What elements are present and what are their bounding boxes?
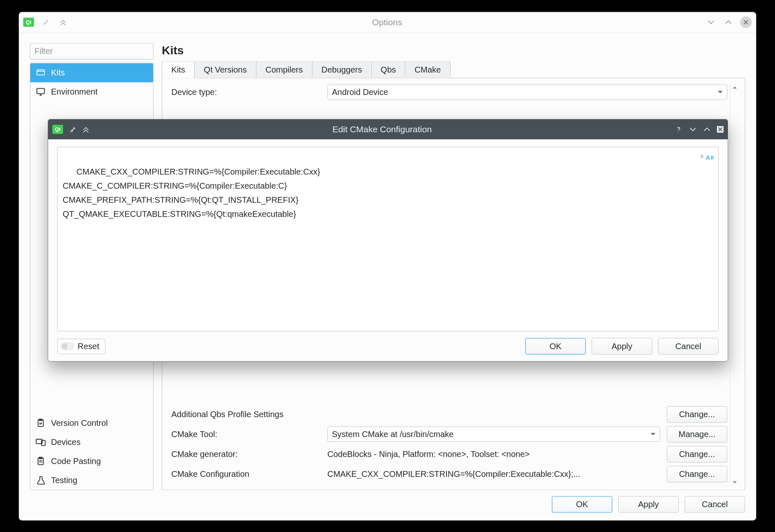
devices-icon [35, 438, 46, 446]
cmake-tool-value: System CMake at /usr/bin/cmake [332, 430, 453, 439]
svg-marker-15 [733, 86, 736, 89]
editor-text: CMAKE_CXX_COMPILER:STRING=%{Compiler:Exe… [63, 167, 320, 219]
category-label: Kits [51, 68, 65, 78]
pin-icon[interactable] [40, 17, 51, 28]
button-label: OK [550, 342, 562, 351]
category-devices[interactable]: Devices [30, 432, 153, 452]
expand-all-icon[interactable] [57, 17, 69, 28]
dialog-title: Edit CMake Configuration [95, 124, 669, 134]
row-qbs-profile: Additional Qbs Profile Settings Change..… [171, 404, 727, 424]
filter-placeholder: Filter [34, 46, 53, 56]
tab-qbs[interactable]: Qbs [371, 61, 406, 78]
svg-rect-4 [37, 88, 44, 94]
button-label: OK [576, 500, 588, 509]
reset-label: Reset [78, 342, 99, 351]
kits-scrollbar[interactable] [730, 82, 739, 484]
options-ok-button[interactable]: OK [552, 496, 612, 513]
chevron-down-icon[interactable] [689, 125, 697, 134]
chevron-up-icon[interactable] [703, 125, 711, 134]
tab-cmake[interactable]: CMake [405, 61, 450, 78]
help-icon[interactable] [675, 125, 683, 134]
cmake-configuration-label: CMake Configuration [171, 469, 321, 479]
row-cmake-tool: CMake Tool: System CMake at /usr/bin/cma… [171, 424, 727, 444]
category-label: Version Control [51, 418, 108, 428]
qt-logo-icon: Qt [52, 125, 63, 134]
button-label: Apply [612, 342, 632, 351]
button-label: Change... [679, 410, 715, 419]
chevron-up-icon[interactable] [723, 17, 734, 28]
qt-logo-icon: Qt [23, 18, 34, 27]
kit-icon [35, 69, 46, 76]
reset-toggle[interactable]: Reset [57, 339, 105, 354]
button-label: Manage... [679, 430, 716, 439]
dialog-apply-button[interactable]: Apply [592, 338, 652, 355]
page-title: Kits [162, 44, 745, 57]
category-label: Devices [51, 437, 80, 447]
qbs-change-button[interactable]: Change... [667, 406, 727, 423]
category-filter-input[interactable]: Filter [30, 43, 154, 59]
category-environment[interactable]: Environment [30, 82, 153, 101]
options-titlebar: Qt Options [19, 12, 756, 33]
device-type-select[interactable]: Android Device [327, 85, 727, 100]
cmake-tool-manage-button[interactable]: Manage... [667, 426, 727, 442]
chevron-down-icon[interactable] [705, 17, 717, 28]
cmake-configuration-change-button[interactable]: Change... [667, 466, 727, 482]
cmake-tool-select[interactable]: System CMake at /usr/bin/cmake [327, 427, 660, 442]
close-icon[interactable] [717, 126, 724, 133]
variable-chooser-icon[interactable]: AB [699, 151, 714, 165]
tab-debuggers[interactable]: Debuggers [312, 61, 372, 78]
pin-icon[interactable] [69, 126, 76, 133]
options-title: Options [75, 17, 699, 27]
button-label: Apply [638, 500, 659, 509]
flask-icon [35, 476, 46, 485]
options-apply-button[interactable]: Apply [618, 496, 679, 513]
qbs-profile-label: Additional Qbs Profile Settings [171, 410, 660, 419]
toggle-track-icon [61, 343, 73, 350]
category-version-control[interactable]: Version Control [30, 413, 153, 432]
clipboard-icon [35, 457, 46, 466]
category-code-pasting[interactable]: Code Pasting [30, 452, 153, 471]
svg-marker-16 [733, 481, 736, 483]
options-button-row: OK Apply Cancel [30, 490, 745, 513]
category-kits[interactable]: Kits [30, 63, 153, 82]
row-device-type: Device type: Android Device [171, 82, 727, 102]
tab-label: Qt Versions [204, 65, 246, 74]
edit-cmake-dialog: Qt Edit CMake Configuration CMAKE_CXX_CO… [48, 119, 728, 362]
scroll-down-icon[interactable] [732, 477, 738, 483]
dialog-body: CMAKE_CXX_COMPILER:STRING=%{Compiler:Exe… [48, 139, 728, 361]
dialog-cancel-button[interactable]: Cancel [658, 338, 719, 355]
options-cancel-button[interactable]: Cancel [685, 496, 745, 513]
tab-qt-versions[interactable]: Qt Versions [194, 61, 256, 78]
close-icon[interactable] [740, 17, 752, 28]
tab-label: Qbs [381, 65, 396, 74]
cmake-generator-value: CodeBlocks - Ninja, Platform: <none>, To… [327, 449, 660, 459]
expand-all-icon[interactable] [82, 126, 90, 133]
row-cmake-generator: CMake generator: CodeBlocks - Ninja, Pla… [171, 444, 727, 464]
button-label: Cancel [702, 500, 728, 509]
button-label: Change... [679, 449, 715, 459]
category-testing[interactable]: Testing [30, 471, 153, 490]
cmake-generator-change-button[interactable]: Change... [667, 446, 727, 462]
device-type-label: Device type: [171, 87, 321, 97]
scroll-up-icon[interactable] [732, 83, 738, 89]
svg-point-17 [678, 131, 679, 132]
cmake-configuration-value: CMAKE_CXX_COMPILER:STRING=%{Compiler:Exe… [327, 469, 660, 479]
button-label: Change... [679, 469, 715, 479]
tab-kits[interactable]: Kits [162, 61, 195, 78]
tab-label: Kits [171, 65, 185, 74]
cmake-generator-label: CMake generator: [171, 449, 321, 459]
category-label: Code Pasting [51, 457, 101, 466]
category-label: Environment [51, 87, 97, 97]
device-type-value: Android Device [332, 87, 388, 97]
dialog-titlebar: Qt Edit CMake Configuration [48, 119, 728, 139]
tab-label: Compilers [266, 65, 303, 74]
tab-compilers[interactable]: Compilers [256, 61, 312, 78]
dialog-ok-button[interactable]: OK [525, 338, 586, 355]
cmake-tool-label: CMake Tool: [171, 430, 321, 439]
svg-rect-2 [37, 70, 44, 75]
tab-label: CMake [414, 65, 441, 74]
tab-label: Debuggers [322, 65, 362, 74]
cmake-config-editor[interactable]: CMAKE_CXX_COMPILER:STRING=%{Compiler:Exe… [57, 147, 719, 331]
row-cmake-configuration: CMake Configuration CMAKE_CXX_COMPILER:S… [171, 464, 727, 484]
button-label: Cancel [675, 342, 701, 351]
